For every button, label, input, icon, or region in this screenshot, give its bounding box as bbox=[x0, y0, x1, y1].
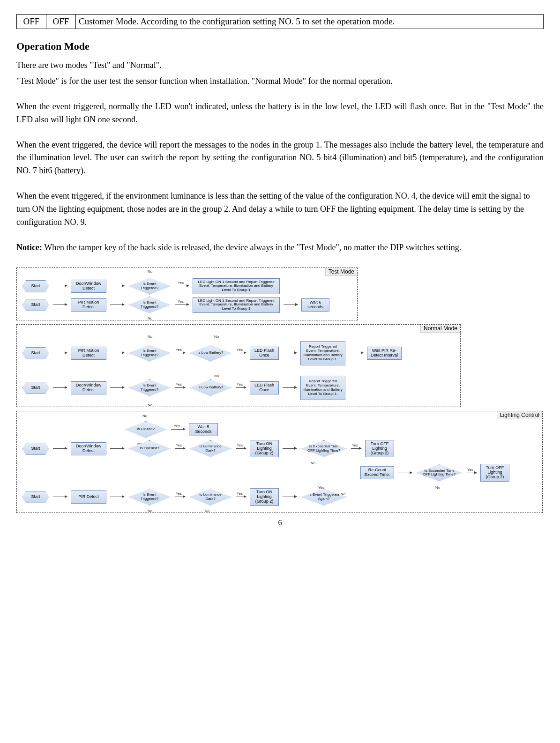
node-led-report: LED Light ON 1 Second and Report Trigger… bbox=[193, 278, 280, 294]
arrow-icon bbox=[110, 305, 124, 305]
arrow-icon: Yes bbox=[236, 448, 246, 449]
mode-table-col2: OFF bbox=[46, 15, 76, 29]
flowchart-test-mode: Test Mode Start Door/Window Detect Is Ev… bbox=[16, 267, 358, 320]
edge-no: No bbox=[148, 334, 152, 339]
node-led-flash: LED Flash Once bbox=[250, 381, 279, 394]
node-exceed-time-2: Is Exceeded Turn OFF Lighting Time? bbox=[416, 464, 463, 481]
node-low-battery: Is Low Battery? bbox=[189, 379, 232, 396]
arrow-icon bbox=[349, 353, 363, 353]
page-number: 6 bbox=[16, 519, 544, 527]
node-event-triggered: Is Event Triggered? bbox=[128, 297, 171, 313]
arrow-icon bbox=[53, 497, 67, 497]
node-is-closed: Is Closed? bbox=[124, 421, 167, 438]
flowchart-normal-mode: Normal Mode No No Start PIR Motion Detec… bbox=[16, 324, 461, 407]
node-report-group1: Report Triggered Event, Temperature, Ill… bbox=[300, 341, 345, 365]
para-3: When the event triggered, the device wil… bbox=[16, 139, 544, 178]
arrow-icon bbox=[283, 387, 297, 388]
node-start: Start bbox=[22, 382, 49, 394]
notice-label: Notice: bbox=[16, 243, 42, 252]
arrow-icon bbox=[53, 305, 67, 305]
arrow-icon bbox=[283, 497, 297, 497]
para-1b: "Test Mode" is for the user test the sen… bbox=[16, 75, 544, 88]
node-start: Start bbox=[22, 299, 49, 311]
node-turn-on-g2: Turn ON Lighting (Group 2) bbox=[250, 440, 279, 458]
flowchart-lighting-label: Lighting Control bbox=[497, 411, 542, 419]
node-wait6: Wait 6 seconds bbox=[301, 298, 329, 312]
node-turn-off-g2-2: Turn OFF Lighting (Group 2) bbox=[480, 464, 509, 482]
arrow-icon: Yes bbox=[175, 387, 185, 388]
flowchart-lighting-control: Lighting Control Is Closed? Yes Wait 5 S… bbox=[16, 411, 543, 513]
arrow-icon bbox=[53, 387, 67, 388]
notice-para: Notice: When the tamper key of the back … bbox=[16, 241, 544, 254]
arrow-icon bbox=[398, 473, 412, 473]
node-wait5: Wait 5 Seconds bbox=[189, 423, 218, 436]
para-2: When the event triggered, normally the L… bbox=[16, 100, 544, 126]
node-pir-detect: PIR Motion Detect bbox=[71, 298, 106, 312]
edge-no: No bbox=[205, 509, 209, 513]
arrow-icon bbox=[110, 448, 124, 449]
node-event-triggered: Is Event Triggered? bbox=[128, 278, 171, 295]
node-low-battery: Is Low Battery? bbox=[189, 345, 232, 362]
node-door-detect: Door/Window Detect bbox=[71, 381, 106, 394]
edge-no: No bbox=[148, 509, 152, 513]
node-event-triggered: Is Event Triggered? bbox=[128, 379, 171, 396]
node-wait-pir: Wait PIR Re-Detect Interval bbox=[367, 347, 402, 360]
arrow-icon bbox=[283, 448, 297, 449]
node-recount: Re-Count Exceed Time. bbox=[360, 466, 394, 479]
edge-no: No bbox=[214, 334, 219, 339]
node-led-report: LED Light ON 1 Second and Report Trigger… bbox=[193, 297, 280, 313]
arrow-icon bbox=[53, 448, 67, 449]
arrow-icon: Yes bbox=[175, 305, 189, 305]
edge-no: No bbox=[148, 403, 152, 407]
flowchart-test-label: Test Mode bbox=[325, 268, 357, 276]
para-1a: There are two modes "Test" and "Normal". bbox=[16, 59, 544, 72]
arrow-icon: Yes bbox=[236, 387, 246, 388]
flowchart-normal-label: Normal Mode bbox=[420, 325, 460, 333]
mode-table-col1: OFF bbox=[17, 15, 46, 29]
node-start: Start bbox=[22, 347, 49, 359]
node-turn-off-g2: Turn OFF Lighting (Group 2) bbox=[365, 440, 394, 458]
mode-table: OFF OFF Customer Mode. According to the … bbox=[16, 14, 544, 29]
notice-text: When the tamper key of the back side is … bbox=[42, 243, 461, 252]
arrow-icon: Yes bbox=[175, 497, 185, 497]
arrow-icon bbox=[284, 305, 298, 305]
arrow-icon bbox=[53, 353, 67, 353]
node-turn-on-g2: Turn ON Lighting (Group 2) bbox=[250, 488, 279, 506]
node-event-triggered-again: Is Event Triggered Again? bbox=[300, 489, 347, 505]
edge-no: No bbox=[142, 414, 147, 418]
node-event-triggered: Is Event Triggered? bbox=[128, 489, 171, 505]
arrow-icon: Yes bbox=[351, 448, 361, 449]
node-exceed-time: Is Exceeded Turn OFF Lighting Time? bbox=[300, 440, 347, 457]
edge-no: No bbox=[148, 269, 152, 274]
edge-no: No bbox=[148, 316, 152, 320]
arrow-icon: Yes bbox=[175, 448, 185, 449]
node-report-group1: Report Triggered Event, Temperature, Ill… bbox=[300, 376, 345, 400]
arrow-icon bbox=[110, 353, 124, 353]
arrow-icon bbox=[110, 497, 124, 497]
arrow-icon bbox=[53, 286, 67, 286]
node-pir-detect: PIR Detect bbox=[71, 490, 106, 504]
arrow-icon bbox=[110, 387, 124, 388]
arrow-icon: Yes bbox=[466, 473, 477, 473]
arrow-icon bbox=[283, 353, 297, 353]
arrow-icon: Yes bbox=[171, 429, 185, 430]
arrow-icon: Yes bbox=[175, 353, 185, 353]
arrow-icon: Yes bbox=[236, 353, 246, 353]
node-pir-detect: PIR Motion Detect bbox=[71, 347, 106, 360]
para-4: When the event triggered, if the environ… bbox=[16, 190, 544, 229]
node-door-detect: Door/Window Detect bbox=[71, 280, 106, 293]
node-door-detect: Door/Window Detect bbox=[71, 442, 106, 455]
node-lum-dark: Is Luminance Dark? bbox=[189, 440, 232, 457]
arrow-icon bbox=[110, 286, 124, 286]
node-led-flash: LED Flash Once bbox=[250, 347, 279, 360]
node-start: Start bbox=[22, 491, 49, 503]
section-heading: Operation Mode bbox=[16, 40, 544, 52]
node-lum-dark: Is Luminance Dark? bbox=[189, 489, 232, 505]
mode-table-desc: Customer Mode. According to the configur… bbox=[76, 15, 544, 29]
node-is-opened: Is Opened? bbox=[128, 440, 171, 457]
arrow-icon: Yes bbox=[236, 497, 246, 497]
node-event-triggered: Is Event Triggered? bbox=[128, 345, 171, 362]
node-start: Start bbox=[22, 280, 49, 292]
node-start: Start bbox=[22, 443, 49, 455]
arrow-icon: Yes bbox=[175, 286, 189, 286]
